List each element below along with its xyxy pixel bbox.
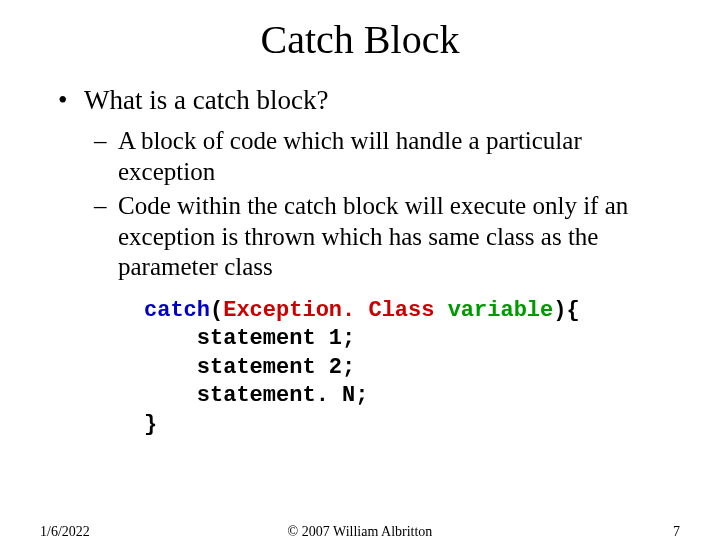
bullet-level2: A block of code which will handle a part… — [94, 126, 680, 187]
footer-page: 7 — [673, 524, 680, 540]
code-punct: ){ — [553, 298, 579, 323]
footer-copyright: © 2007 William Albritton — [0, 524, 720, 540]
bullet-level2: Code within the catch block will execute… — [94, 191, 680, 283]
code-punct: ( — [210, 298, 223, 323]
code-space — [434, 298, 447, 323]
code-line: statement. N; — [144, 383, 368, 408]
code-keyword: catch — [144, 298, 210, 323]
code-line: statement 1; — [144, 326, 355, 351]
code-block: catch(Exception. Class variable){ statem… — [144, 297, 680, 440]
code-line: } — [144, 412, 157, 437]
code-variable: variable — [448, 298, 554, 323]
slide-title: Catch Block — [40, 16, 680, 63]
bullet-level1: What is a catch block? — [54, 85, 680, 116]
code-line: statement 2; — [144, 355, 355, 380]
code-class: Exception. Class — [223, 298, 434, 323]
slide: Catch Block What is a catch block? A blo… — [0, 0, 720, 540]
